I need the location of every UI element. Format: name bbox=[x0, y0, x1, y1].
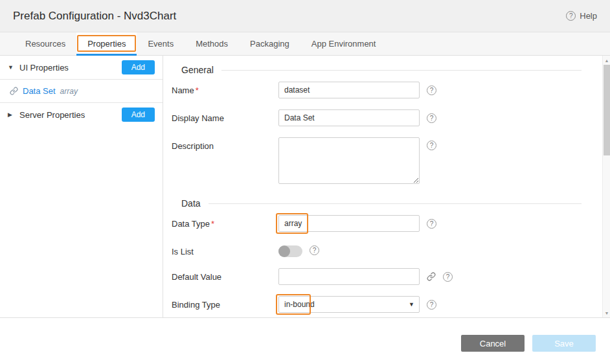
section-data: Data bbox=[181, 198, 582, 209]
add-ui-property-button[interactable]: Add bbox=[122, 60, 155, 74]
scroll-down-icon[interactable]: ▼ bbox=[603, 309, 610, 317]
footer: Cancel Save bbox=[0, 318, 610, 364]
field-row-binding-type: Binding Type in-bound ▼ ? bbox=[172, 296, 582, 313]
is-list-label: Is List bbox=[172, 243, 278, 256]
binding-type-label: Binding Type bbox=[172, 296, 278, 310]
field-row-description: Description ? bbox=[172, 137, 582, 184]
tab-resources[interactable]: Resources bbox=[14, 32, 76, 55]
tab-bar: Resources Properties Events Methods Pack… bbox=[0, 32, 610, 56]
tab-properties[interactable]: Properties bbox=[76, 32, 137, 55]
caret-down-icon: ▼ bbox=[8, 64, 14, 71]
cancel-button[interactable]: Cancel bbox=[461, 335, 525, 352]
required-asterisk: * bbox=[196, 85, 199, 95]
scroll-up-icon[interactable]: ▲ bbox=[603, 56, 610, 64]
display-name-label: Display Name bbox=[172, 109, 278, 123]
page-title: Prefab Configuration - Nvd3Chart bbox=[13, 10, 176, 23]
binding-type-help-icon[interactable]: ? bbox=[427, 300, 436, 310]
save-button[interactable]: Save bbox=[532, 335, 596, 352]
section-divider bbox=[209, 203, 582, 204]
section-data-title: Data bbox=[181, 198, 201, 209]
required-asterisk: * bbox=[211, 219, 214, 229]
display-name-field[interactable] bbox=[278, 109, 420, 126]
dropdown-arrow-icon: ▼ bbox=[409, 301, 414, 308]
section-general-title: General bbox=[181, 65, 214, 75]
tab-app-environment[interactable]: App Environment bbox=[300, 32, 387, 55]
name-label: Name* bbox=[172, 82, 278, 95]
tab-events[interactable]: Events bbox=[137, 32, 185, 55]
data-type-label: Data Type* bbox=[172, 215, 278, 229]
help-button[interactable]: ? Help bbox=[566, 11, 597, 21]
section-divider bbox=[221, 70, 582, 71]
default-value-help-icon[interactable]: ? bbox=[443, 272, 453, 282]
data-set-item-type: array bbox=[60, 87, 78, 96]
add-server-property-button[interactable]: Add bbox=[122, 108, 155, 122]
sidebar-group-server-properties[interactable]: ▶ Server Properties Add bbox=[0, 103, 163, 126]
scrollbar-thumb[interactable] bbox=[604, 65, 610, 155]
tab-methods[interactable]: Methods bbox=[185, 32, 239, 55]
sidebar-group-ui-properties[interactable]: ▼ UI Properties Add bbox=[0, 56, 163, 79]
field-row-is-list: Is List ? bbox=[172, 243, 582, 257]
binding-type-value: in-bound bbox=[284, 300, 315, 309]
is-list-help-icon[interactable]: ? bbox=[310, 245, 319, 255]
description-help-icon[interactable]: ? bbox=[427, 141, 436, 150]
data-type-field[interactable] bbox=[278, 215, 420, 232]
caret-right-icon: ▶ bbox=[8, 111, 14, 118]
tab-packaging[interactable]: Packaging bbox=[239, 32, 300, 55]
bind-link-icon[interactable] bbox=[427, 272, 436, 281]
toggle-knob-icon bbox=[278, 245, 290, 257]
ui-properties-label: UI Properties bbox=[19, 63, 122, 73]
data-type-help-icon[interactable]: ? bbox=[427, 219, 436, 229]
properties-form: General Name* ? Display Name ? bbox=[163, 56, 610, 317]
link-icon bbox=[10, 87, 18, 95]
binding-type-select[interactable]: in-bound ▼ bbox=[278, 296, 420, 313]
name-field[interactable] bbox=[278, 82, 420, 98]
body: ▼ UI Properties Add Data Set array ▶ Ser… bbox=[0, 56, 610, 318]
section-general: General bbox=[181, 65, 582, 75]
field-row-data-type: Data Type* ? bbox=[172, 215, 582, 232]
description-label: Description bbox=[172, 137, 278, 151]
description-field[interactable] bbox=[278, 137, 420, 184]
is-list-toggle[interactable] bbox=[278, 245, 302, 257]
help-icon: ? bbox=[566, 11, 576, 21]
prefab-configuration-window: Prefab Configuration - Nvd3Chart ? Help … bbox=[0, 0, 610, 364]
field-row-default-value: Default Value ? bbox=[172, 268, 582, 285]
vertical-scrollbar[interactable]: ▲ ▼ bbox=[602, 56, 610, 317]
default-value-label: Default Value bbox=[172, 268, 278, 282]
name-help-icon[interactable]: ? bbox=[427, 85, 436, 95]
server-properties-label: Server Properties bbox=[19, 110, 122, 120]
data-set-item-label: Data Set bbox=[23, 86, 56, 96]
help-label: Help bbox=[580, 11, 597, 21]
header: Prefab Configuration - Nvd3Chart ? Help bbox=[0, 0, 610, 32]
sidebar-item-data-set[interactable]: Data Set array bbox=[0, 79, 163, 103]
display-name-help-icon[interactable]: ? bbox=[427, 113, 436, 123]
sidebar: ▼ UI Properties Add Data Set array ▶ Ser… bbox=[0, 56, 163, 317]
field-row-name: Name* ? bbox=[172, 82, 582, 98]
default-value-field[interactable] bbox=[278, 268, 420, 285]
field-row-display-name: Display Name ? bbox=[172, 109, 582, 126]
